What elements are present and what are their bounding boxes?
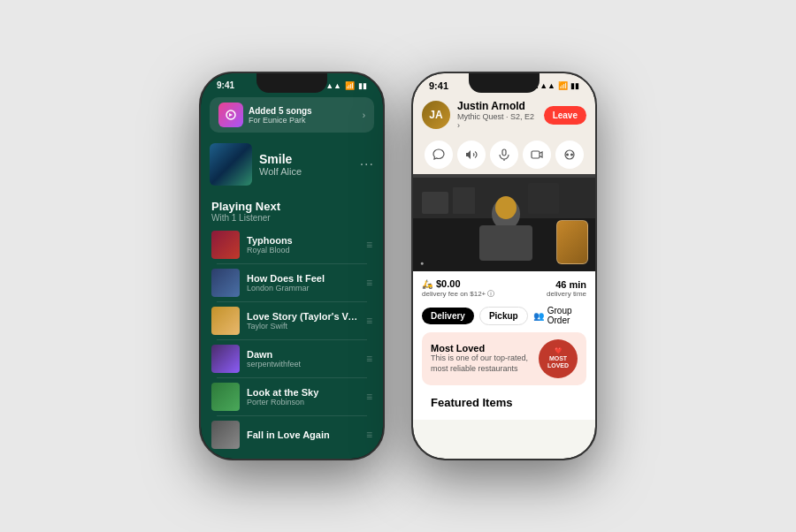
playing-next-sub: With 1 Listener bbox=[211, 213, 372, 223]
facetime-status-time: 9:41 bbox=[429, 80, 448, 91]
doordash-section: 🛵 $0.00 delivery fee on $12+ ⓘ 46 min de… bbox=[413, 271, 595, 420]
track-artist-dawn: serpentwithfeet bbox=[247, 360, 359, 369]
shareplay-button[interactable] bbox=[555, 141, 584, 169]
drag-handle-icon[interactable]: ≡ bbox=[366, 429, 372, 441]
svg-point-5 bbox=[570, 154, 573, 156]
most-loved-badge: ❤️MOSTLOVED bbox=[539, 339, 578, 378]
playing-next-header: Playing Next With 1 Listener bbox=[201, 193, 383, 226]
track-item[interactable]: Typhoons Royal Blood ≡ bbox=[206, 226, 378, 263]
drag-handle-icon[interactable]: ≡ bbox=[366, 277, 372, 289]
current-artwork bbox=[210, 143, 252, 186]
track-item[interactable]: Look at the Sky Porter Robinson ≡ bbox=[206, 378, 378, 415]
caller-info: Justin Arnold Mythic Quest · S2, E2 › bbox=[457, 100, 537, 130]
track-info: How Does It Feel London Grammar bbox=[247, 273, 359, 293]
delivery-info-row: 🛵 $0.00 delivery fee on $12+ ⓘ 46 min de… bbox=[422, 278, 586, 299]
battery-icon: ▮▮ bbox=[358, 81, 367, 90]
svg-rect-1 bbox=[502, 149, 506, 156]
drag-handle-icon[interactable]: ≡ bbox=[366, 239, 372, 251]
svg-rect-14 bbox=[413, 174, 595, 178]
track-title-howdoes: How Does It Feel bbox=[247, 273, 359, 284]
track-info: Love Story (Taylor's Version) Taylor Swi… bbox=[247, 311, 359, 331]
show-info[interactable]: Mythic Quest · S2, E2 › bbox=[457, 112, 537, 130]
track-list: Typhoons Royal Blood ≡ How Does It Feel … bbox=[201, 226, 383, 453]
track-artwork-lovestory bbox=[211, 307, 240, 335]
delivery-fee: $0.00 bbox=[436, 278, 461, 289]
delivery-fee-info: 🛵 $0.00 delivery fee on $12+ ⓘ bbox=[422, 278, 495, 299]
drag-handle-icon[interactable]: ≡ bbox=[366, 315, 372, 327]
progress-section: 1:17 -2:00 bbox=[201, 453, 383, 459]
drag-handle-icon[interactable]: ≡ bbox=[366, 353, 372, 365]
most-loved-title: Most Loved bbox=[431, 343, 539, 353]
svg-rect-12 bbox=[479, 225, 532, 261]
track-item[interactable]: Dawn serpentwithfeet ≡ bbox=[206, 340, 378, 377]
track-item[interactable]: Fall in Love Again ≡ bbox=[206, 416, 378, 453]
video-main: ● bbox=[413, 174, 595, 271]
notch-right bbox=[469, 73, 540, 93]
order-type-selector: Delivery Pickup 👥 Group Order bbox=[422, 306, 586, 325]
pip-video bbox=[556, 220, 588, 264]
pickup-tab[interactable]: Pickup bbox=[479, 307, 528, 325]
track-artwork-sky bbox=[211, 383, 240, 411]
group-order-button[interactable]: 👥 Group Order bbox=[533, 306, 586, 325]
current-track: Smile Wolf Alice ··· bbox=[201, 136, 383, 193]
leave-button[interactable]: Leave bbox=[544, 106, 586, 125]
progress-dot bbox=[264, 459, 272, 460]
ft-wifi-icon: 📶 bbox=[558, 81, 568, 90]
facetime-phone: 9:41 ▲▲▲ 📶 ▮▮ JA Justin Arnold Mythic Qu… bbox=[411, 72, 597, 460]
track-artwork-dawn bbox=[211, 345, 240, 373]
music-status-time: 9:41 bbox=[217, 80, 234, 90]
message-button[interactable] bbox=[425, 141, 453, 169]
caller-avatar: JA bbox=[422, 101, 450, 129]
video-label: ● bbox=[420, 260, 424, 266]
svg-rect-9 bbox=[453, 187, 475, 214]
track-title-lovestory: Love Story (Taylor's Version) bbox=[247, 311, 359, 322]
track-info: Typhoons Royal Blood bbox=[247, 235, 359, 255]
track-info: Look at the Sky Porter Robinson bbox=[247, 387, 359, 407]
shareplay-chevron-icon: › bbox=[363, 110, 365, 120]
track-title-fall: Fall in Love Again bbox=[247, 429, 359, 440]
featured-items-title: Featured Items bbox=[422, 392, 586, 413]
shareplay-icon bbox=[218, 103, 243, 127]
delivery-time: 46 min bbox=[547, 279, 586, 290]
delivery-tab[interactable]: Delivery bbox=[422, 308, 474, 324]
drag-handle-icon[interactable]: ≡ bbox=[366, 391, 372, 403]
ft-battery-icon: ▮▮ bbox=[570, 81, 579, 90]
track-artist-lovestory: Taylor Swift bbox=[247, 322, 359, 331]
svg-point-13 bbox=[495, 196, 517, 219]
camera-button[interactable] bbox=[523, 141, 551, 169]
more-button[interactable]: ··· bbox=[360, 156, 374, 172]
track-artwork-typhoons bbox=[211, 231, 240, 259]
svg-point-4 bbox=[566, 154, 569, 156]
track-artwork-fall bbox=[211, 421, 240, 449]
track-artwork-howdoes bbox=[211, 269, 240, 297]
volume-button[interactable] bbox=[457, 141, 486, 169]
shareplay-banner-left: Added 5 songs For Eunice Park bbox=[218, 103, 312, 127]
svg-rect-2 bbox=[532, 151, 540, 158]
delivery-time-label: delivery time bbox=[547, 290, 586, 298]
shareplay-subtitle: For Eunice Park bbox=[249, 116, 312, 125]
music-phone: 9:41 ▲▲▲ 📶 ▮▮ Added 5 songs For Eunice P… bbox=[199, 72, 385, 460]
video-area: ● bbox=[413, 174, 595, 271]
track-item[interactable]: How Does It Feel London Grammar ≡ bbox=[206, 264, 378, 301]
current-track-title: Smile bbox=[259, 152, 353, 166]
facetime-header: JA Justin Arnold Mythic Quest · S2, E2 ›… bbox=[413, 95, 595, 135]
notch-left bbox=[256, 73, 327, 93]
delivery-fee-label: delivery fee on $12+ ⓘ bbox=[422, 289, 495, 299]
shareplay-banner[interactable]: Added 5 songs For Eunice Park › bbox=[210, 97, 374, 133]
delivery-time-info: 46 min delivery time bbox=[547, 279, 586, 298]
shareplay-text: Added 5 songs For Eunice Park bbox=[249, 106, 312, 125]
track-item[interactable]: Love Story (Taylor's Version) Taylor Swi… bbox=[206, 302, 378, 339]
track-info: Dawn serpentwithfeet bbox=[247, 349, 359, 369]
most-loved-desc: This is one of our top-rated, most relia… bbox=[431, 353, 539, 374]
mic-button[interactable] bbox=[490, 141, 518, 169]
track-info: Fall in Love Again bbox=[247, 429, 359, 440]
svg-rect-10 bbox=[528, 183, 559, 214]
facetime-controls bbox=[413, 135, 595, 174]
most-loved-card: Most Loved This is one of our top-rated,… bbox=[422, 332, 586, 385]
shareplay-title: Added 5 songs bbox=[249, 106, 312, 116]
wifi-icon: 📶 bbox=[345, 81, 355, 90]
most-loved-text: Most Loved This is one of our top-rated,… bbox=[431, 343, 539, 374]
group-icon: 👥 bbox=[533, 311, 544, 321]
doordash-icon: 🛵 bbox=[422, 279, 432, 289]
track-title-typhoons: Typhoons bbox=[247, 235, 359, 246]
